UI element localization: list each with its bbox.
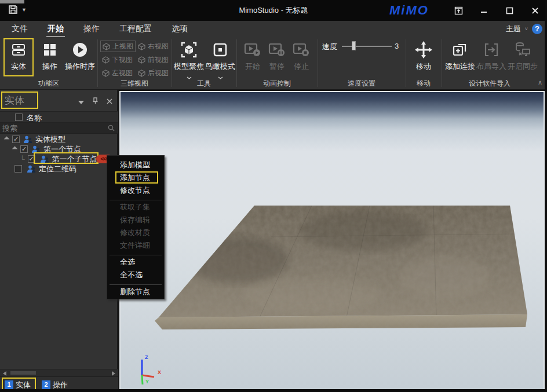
search-input[interactable]	[2, 123, 105, 133]
group-label-speed: 速度设置	[318, 79, 406, 88]
menu-item-file-detail: 文件详细	[107, 239, 164, 252]
window-frame	[0, 389, 547, 392]
scroll-left-icon[interactable]	[3, 371, 6, 376]
birdview-mode-button[interactable]: 鸟瞰模式	[205, 39, 235, 81]
tree-label-qr[interactable]: 定位二维码	[39, 164, 76, 174]
pin-icon[interactable]	[92, 96, 99, 107]
tree-row-root[interactable]: ✓ 实体模型	[0, 134, 65, 144]
title-bar: ▼ MimoStudio - 无标题 MiMO	[0, 0, 547, 21]
entity-group-icon	[23, 135, 32, 144]
entity-drawer-icon	[10, 39, 27, 60]
play-circle-icon	[72, 39, 88, 60]
axis-gizmo: Z X Y	[142, 354, 161, 384]
operation-button[interactable]: 操作	[36, 39, 64, 75]
menu-bar: 文件 开始 操作 工程配置 选项 主题 ˅ ?	[0, 21, 547, 37]
panel-dropdown-icon[interactable]	[78, 96, 84, 107]
maximize-button[interactable]	[501, 3, 518, 18]
panel-close-icon[interactable]	[107, 96, 112, 107]
panel-title: 实体	[5, 94, 24, 107]
tab-number-badge: 1	[5, 380, 13, 389]
birdview-icon	[212, 39, 228, 60]
operation-sequence-label: 操作时序	[65, 61, 95, 72]
speed-slider-track[interactable]	[342, 46, 392, 47]
expander-icon[interactable]	[4, 137, 10, 142]
add-connection-icon	[451, 39, 469, 60]
model-focus-label: 模型聚焦	[174, 61, 204, 72]
dock-window-icon[interactable]	[450, 3, 467, 18]
view-bottom-button: 下视图	[100, 54, 134, 65]
menu-item-modify-material: 修改材质	[107, 226, 164, 239]
anim-start-label: 开始	[245, 61, 260, 72]
tab-entity-label: 实体	[16, 380, 31, 390]
tab-operation-label: 操作	[53, 380, 68, 390]
speed-slider-handle[interactable]	[352, 41, 356, 50]
entity-button[interactable]: 实体	[5, 39, 32, 75]
close-button[interactable]	[526, 3, 544, 18]
sync-icon	[514, 39, 531, 60]
anim-pause-icon	[268, 39, 286, 60]
tab-number-badge: 2	[42, 380, 50, 389]
scroll-right-icon[interactable]	[112, 371, 115, 376]
branch-line: └	[20, 155, 25, 163]
view-left-button: 左视图	[100, 67, 134, 79]
tree-header-row: 名称	[0, 111, 118, 123]
expander-icon[interactable]	[12, 146, 18, 152]
search-row	[0, 123, 118, 134]
name-header: 名称	[27, 113, 42, 123]
view-right-button: 右视图	[136, 41, 170, 52]
window-frame	[545, 0, 547, 392]
tab-project-config[interactable]: 工程配置	[117, 23, 154, 35]
move-button[interactable]: 移动	[409, 39, 438, 72]
scroll-thumb[interactable]	[10, 371, 36, 375]
layout-import-icon	[483, 39, 500, 60]
entity-tree: ✓ 实体模型 ✓ 第一个节点 └ ✓ 第一个子节点 定	[0, 134, 118, 369]
tab-home[interactable]: 开始	[45, 23, 66, 35]
add-connection-button[interactable]: 添加连接	[445, 39, 475, 72]
menu-item-modify-node[interactable]: 修改节点	[107, 184, 164, 197]
tab-options[interactable]: 选项	[169, 23, 190, 35]
model-focus-button[interactable]: 模型聚焦	[174, 39, 204, 81]
chevron-down-icon[interactable]: ˅	[525, 26, 528, 32]
move-arrows-icon	[414, 39, 433, 60]
root-checkbox[interactable]: ✓	[12, 135, 20, 143]
menu-item-delete-node[interactable]: 删除节点	[107, 285, 164, 298]
menu-item-add-node[interactable]: 添加节点	[107, 171, 164, 184]
screen-artifact	[0, 0, 24, 3]
help-button[interactable]: ?	[532, 24, 542, 34]
focus-cube-icon	[180, 39, 198, 60]
theme-selector[interactable]: 主题	[506, 24, 521, 34]
anim-start-icon	[244, 39, 261, 60]
anim-stop-button: 停止	[290, 39, 313, 72]
sync-label: 开启同步	[508, 61, 538, 72]
menu-item-select-all[interactable]: 全选	[107, 256, 164, 269]
selected-node-highlight	[34, 152, 99, 164]
minimize-button[interactable]	[475, 3, 493, 18]
viewport-3d[interactable]: Z X Y	[119, 91, 545, 390]
view-back-button: 后视图	[136, 67, 170, 79]
axis-x-label: X	[158, 369, 161, 375]
tab-operation[interactable]: 操作	[81, 23, 102, 35]
entity-panel: 实体 名称 ✓ 实体模型 ✓	[0, 90, 118, 392]
qr-checkbox[interactable]	[14, 165, 22, 173]
layout-import-button: 布局导入	[476, 39, 506, 72]
anim-stop-label: 停止	[294, 61, 309, 72]
menu-item-select-none[interactable]: 全不选	[107, 269, 164, 281]
group-label-import: 设计软件导入	[442, 79, 538, 88]
node1-checkbox[interactable]: ✓	[20, 145, 28, 153]
tree-row-qr[interactable]: 定位二维码	[0, 164, 76, 174]
move-label: 移动	[416, 61, 431, 72]
group-label-move: 移动	[406, 79, 442, 88]
entity-group-icon	[27, 165, 36, 173]
name-checkbox[interactable]	[15, 113, 23, 121]
menu-item-save-edit: 保存编辑	[107, 214, 164, 226]
menu-item-add-model[interactable]: 添加模型	[107, 159, 164, 171]
anim-pause-button: 暂停	[265, 39, 289, 72]
ribbon-collapse-icon[interactable]: ∧	[538, 79, 542, 86]
anim-stop-icon	[293, 39, 310, 60]
tree-label-root[interactable]: 实体模型	[35, 134, 65, 145]
operation-sequence-button[interactable]: 操作时序	[64, 39, 96, 75]
tab-file[interactable]: 文件	[9, 23, 30, 35]
speed-label: 速度	[322, 42, 337, 52]
horizontal-scrollbar[interactable]	[0, 369, 118, 376]
app-window: ▼ MimoStudio - 无标题 MiMO 文件 开始 操作 工程配置 选项…	[0, 0, 547, 392]
